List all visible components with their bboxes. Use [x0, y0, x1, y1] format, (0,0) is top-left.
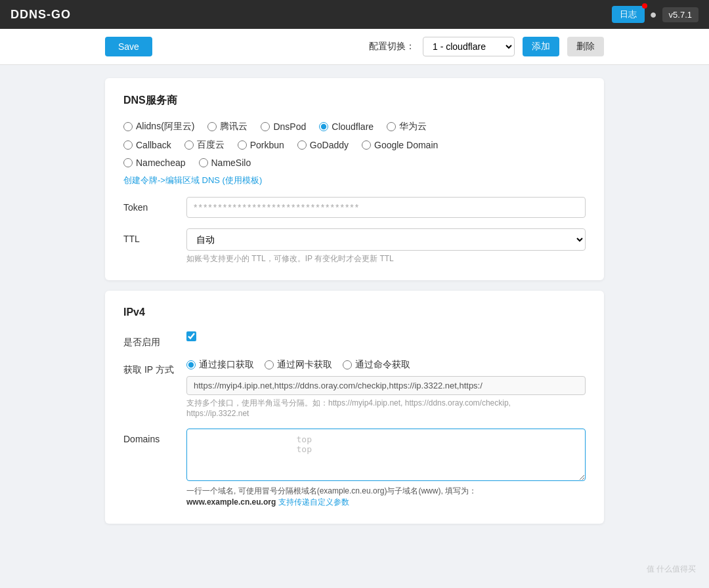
header-right: 日志 ● v5.7.1	[612, 6, 698, 23]
enabled-row: 是否启用	[123, 331, 586, 348]
config-switch-label: 配置切换：	[369, 41, 415, 52]
token-field-wrapper	[186, 197, 586, 218]
app-logo: DDNS-GO	[11, 8, 71, 22]
ttl-row: TTL 自动 如账号支持更小的 TTL，可修改。IP 有变化时才会更新 TTL	[123, 228, 586, 264]
provider-namecheap[interactable]: Namecheap	[123, 158, 186, 168]
domains-field-wrapper: top top 一行一个域名, 可使用冒号分隔根域名(example.cn.eu…	[186, 429, 586, 508]
ipv4-card: IPv4 是否启用 获取 IP 方式 通过接口获取	[105, 291, 604, 524]
domains-label: Domains	[123, 429, 176, 444]
dns-card-title: DNS服务商	[123, 94, 586, 108]
dns-card: DNS服务商 Alidns(阿里云) 腾讯云 DnsPod Clo	[105, 78, 604, 280]
add-config-button[interactable]: 添加	[523, 37, 559, 56]
ttl-field-wrapper: 自动 如账号支持更小的 TTL，可修改。IP 有变化时才会更新 TTL	[186, 228, 586, 264]
provider-porkbun[interactable]: Porkbun	[238, 140, 284, 150]
domains-textarea[interactable]: top top	[186, 429, 586, 481]
domains-hint: 一行一个域名, 可使用冒号分隔根域名(example.cn.eu.org)与子域…	[186, 486, 586, 508]
ip-method-field-wrapper: 通过接口获取 通过网卡获取 通过命令获取 支持多个接口，使用半角逗号分隔。如：h…	[186, 359, 586, 418]
ip-method-cmd[interactable]: 通过命令获取	[343, 359, 410, 371]
dns-providers: Alidns(阿里云) 腾讯云 DnsPod Cloudflare 华为云	[123, 121, 586, 186]
provider-godaddy[interactable]: GoDaddy	[297, 140, 349, 150]
enabled-checkbox[interactable]	[186, 331, 196, 341]
provider-google[interactable]: Google Domain	[362, 140, 438, 150]
provider-dnspod[interactable]: DnsPod	[261, 121, 306, 132]
token-row: Token	[123, 197, 586, 218]
create-token-link[interactable]: 创建令牌->编辑区域 DNS (使用模板)	[123, 175, 262, 185]
app-header: DDNS-GO 日志 ● v5.7.1	[0, 0, 709, 29]
enabled-field-wrapper	[186, 331, 586, 341]
create-link-row: 创建令牌->编辑区域 DNS (使用模板)	[123, 175, 586, 186]
ttl-select[interactable]: 自动	[186, 228, 586, 251]
toolbar: Save 配置切换： 1 - cloudflare 添加 删除	[0, 29, 709, 65]
user-icon[interactable]: ●	[650, 8, 657, 22]
dns-row-3: Namecheap NameSilo	[123, 158, 586, 168]
enabled-checkbox-row	[186, 331, 586, 341]
enabled-label: 是否启用	[123, 331, 176, 348]
ip-method-row: 获取 IP 方式 通过接口获取 通过网卡获取 通过命令获取	[123, 359, 586, 418]
ip-method-nic[interactable]: 通过网卡获取	[265, 359, 332, 371]
provider-namesilo[interactable]: NameSilo	[199, 158, 251, 168]
dns-row-2: Callback 百度云 Porkbun GoDaddy Google Doma…	[123, 139, 586, 151]
version-badge: v5.7.1	[662, 7, 698, 22]
ttl-hint: 如账号支持更小的 TTL，可修改。IP 有变化时才会更新 TTL	[186, 253, 586, 264]
token-input[interactable]	[186, 197, 586, 218]
ttl-label: TTL	[123, 228, 176, 244]
ipv4-card-title: IPv4	[123, 306, 586, 318]
main-content: DNS服务商 Alidns(阿里云) 腾讯云 DnsPod Clo	[0, 65, 709, 537]
ip-url-input[interactable]	[186, 376, 586, 395]
domains-example: www.example.cn.eu.org	[186, 497, 276, 507]
provider-callback[interactable]: Callback	[123, 140, 171, 150]
provider-tencent[interactable]: 腾讯云	[207, 121, 247, 133]
custom-params-link[interactable]: 支持传递自定义参数	[278, 497, 349, 507]
provider-cloudflare[interactable]: Cloudflare	[319, 121, 374, 132]
log-button[interactable]: 日志	[612, 6, 645, 23]
ip-method-interface[interactable]: 通过接口获取	[186, 359, 254, 371]
save-button[interactable]: Save	[105, 37, 152, 56]
delete-config-button[interactable]: 删除	[567, 37, 604, 56]
token-label: Token	[123, 197, 176, 213]
config-select[interactable]: 1 - cloudflare	[423, 37, 515, 56]
notification-badge	[642, 3, 647, 9]
provider-alidns[interactable]: Alidns(阿里云)	[123, 121, 194, 133]
domains-row: Domains top top 一行一个域名, 可使用冒号分隔根域名(examp…	[123, 429, 586, 508]
provider-baidu[interactable]: 百度云	[184, 139, 225, 151]
provider-huawei[interactable]: 华为云	[387, 121, 427, 133]
ip-method-options: 通过接口获取 通过网卡获取 通过命令获取	[186, 359, 586, 371]
ip-method-label: 获取 IP 方式	[123, 359, 176, 376]
ip-url-hint: 支持多个接口，使用半角逗号分隔。如：https://myip4.ipip.net…	[186, 398, 586, 418]
dns-row-1: Alidns(阿里云) 腾讯云 DnsPod Cloudflare 华为云	[123, 121, 586, 133]
